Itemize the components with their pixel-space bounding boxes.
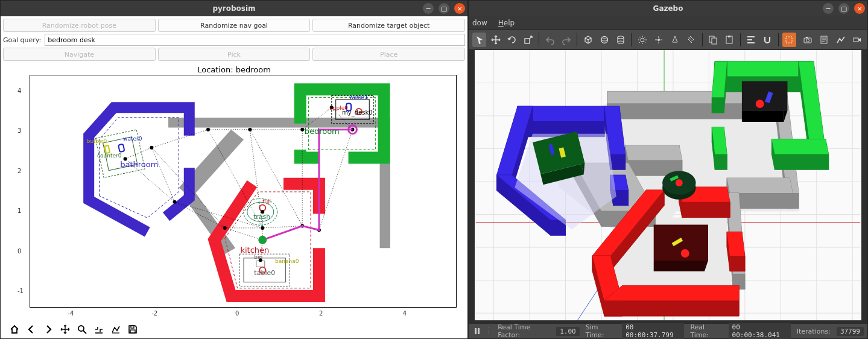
svg-point-81 — [618, 41, 624, 43]
svg-text:water0: water0 — [123, 136, 142, 142]
figopts-icon[interactable] — [110, 324, 121, 335]
save-icon[interactable] — [127, 324, 138, 335]
sphere-shape-icon[interactable] — [597, 33, 611, 47]
forward-icon[interactable] — [43, 324, 54, 335]
randomize-obj-button[interactable]: Randomize target object — [312, 19, 465, 32]
plot-title: Location: bedroom — [197, 65, 271, 74]
gazebo-title: Gazebo — [653, 4, 683, 13]
place-button[interactable]: Place — [312, 48, 465, 61]
svg-text:trash: trash — [253, 213, 270, 221]
pause-icon[interactable] — [472, 326, 483, 337]
svg-marker-182 — [715, 62, 811, 77]
svg-rect-13 — [118, 144, 124, 152]
svg-line-41 — [225, 228, 262, 240]
randomize-pose-button[interactable]: Randomize robot pose — [3, 19, 156, 32]
menu-window[interactable]: dow — [472, 19, 487, 27]
svg-text:butter0: butter0 — [87, 138, 107, 144]
gazebo-scene — [475, 50, 861, 320]
svg-marker-200 — [715, 154, 727, 170]
svg-rect-88 — [786, 37, 792, 43]
camera-icon[interactable] — [801, 33, 815, 47]
plot-icon[interactable] — [834, 33, 847, 47]
gazebo-menubar: dow Help — [469, 16, 867, 30]
svg-line-19 — [125, 148, 152, 159]
svg-marker-190 — [775, 154, 828, 170]
arrow-icon[interactable] — [472, 33, 486, 47]
svg-text:apple0: apple0 — [329, 105, 348, 111]
svg-marker-195 — [712, 97, 724, 113]
svg-point-47 — [300, 128, 304, 131]
svg-line-20 — [151, 130, 208, 148]
record-icon[interactable] — [850, 33, 864, 47]
point-light-icon[interactable] — [651, 33, 665, 47]
subplots-icon[interactable] — [93, 324, 104, 335]
close-icon[interactable]: × — [454, 3, 465, 14]
box-shape-icon[interactable] — [581, 33, 595, 47]
paste-icon[interactable] — [723, 33, 737, 47]
close-icon[interactable]: × — [854, 3, 865, 14]
spot-light-icon[interactable] — [668, 33, 682, 47]
gazebo-viewport[interactable] — [475, 50, 861, 320]
randomize-nav-button[interactable]: Randomize nav goal — [158, 19, 311, 32]
svg-marker-217 — [604, 286, 739, 301]
svg-marker-233 — [742, 111, 784, 122]
svg-marker-136 — [626, 145, 682, 160]
move-icon[interactable] — [489, 33, 502, 47]
log-icon[interactable] — [817, 33, 831, 47]
navigate-button[interactable]: Navigate — [3, 48, 156, 61]
selection-icon[interactable] — [782, 33, 796, 47]
zoom-icon[interactable] — [77, 324, 87, 335]
svg-marker-242 — [654, 261, 705, 271]
goal-query-input[interactable] — [45, 34, 465, 46]
svg-rect-12 — [105, 145, 110, 153]
pyrobosim-titlebar[interactable]: pyrobosim − ▢ × — [1, 1, 467, 16]
home-icon[interactable] — [9, 324, 20, 335]
directional-light-icon[interactable] — [685, 33, 699, 47]
iter-value: 37799 — [837, 327, 864, 336]
gazebo-titlebar[interactable]: Gazebo − ▢ × — [469, 1, 867, 16]
svg-text:kitchen: kitchen — [240, 246, 269, 255]
minimize-icon[interactable]: − — [823, 3, 834, 14]
svg-rect-247 — [475, 328, 477, 334]
svg-point-240 — [676, 179, 683, 186]
rotate-icon[interactable] — [505, 33, 519, 47]
svg-text:table0: table0 — [254, 269, 275, 277]
svg-text:bathroom: bathroom — [120, 160, 158, 169]
maximize-icon[interactable]: ▢ — [838, 3, 849, 14]
snap-icon[interactable] — [761, 33, 775, 47]
svg-point-45 — [206, 128, 210, 131]
redo-icon[interactable] — [559, 33, 573, 47]
svg-marker-244 — [654, 224, 708, 260]
menu-help[interactable]: Help — [498, 19, 515, 27]
svg-point-51 — [223, 226, 227, 230]
svg-point-83 — [657, 39, 660, 41]
sun-icon[interactable] — [635, 33, 649, 47]
maximize-icon[interactable]: ▢ — [439, 3, 449, 14]
minimize-icon[interactable]: − — [423, 3, 434, 14]
gazebo-statusbar: Real Time Factor: 1.00 Sim Time: 00 00:0… — [469, 324, 867, 338]
undo-icon[interactable] — [543, 33, 557, 47]
mpl-toolbar — [3, 322, 465, 337]
svg-rect-248 — [478, 328, 480, 334]
pan-icon[interactable] — [60, 324, 71, 335]
cylinder-shape-icon[interactable] — [613, 33, 627, 47]
gazebo-toolbar — [469, 30, 867, 50]
svg-point-236 — [756, 100, 764, 108]
svg-marker-222 — [727, 232, 745, 256]
scale-icon[interactable] — [521, 33, 535, 47]
goal-query-label: Goal query: — [3, 36, 41, 44]
copy-icon[interactable] — [706, 33, 720, 47]
svg-marker-225 — [682, 202, 730, 218]
pick-button[interactable]: Pick — [158, 48, 311, 61]
pyrobosim-window: pyrobosim − ▢ × Randomize robot pose Ran… — [0, 0, 468, 339]
back-icon[interactable] — [26, 324, 37, 335]
svg-rect-91 — [806, 37, 808, 38]
plot-area[interactable]: Location: bedroom bathroombedroomkitchen… — [3, 63, 465, 322]
svg-marker-235 — [742, 81, 787, 112]
simtime-label: Sim Time: — [586, 323, 616, 339]
svg-rect-75 — [131, 326, 134, 328]
svg-marker-220 — [730, 256, 745, 271]
svg-point-46 — [248, 128, 252, 131]
align-icon[interactable] — [744, 33, 758, 47]
svg-marker-192 — [771, 139, 828, 154]
